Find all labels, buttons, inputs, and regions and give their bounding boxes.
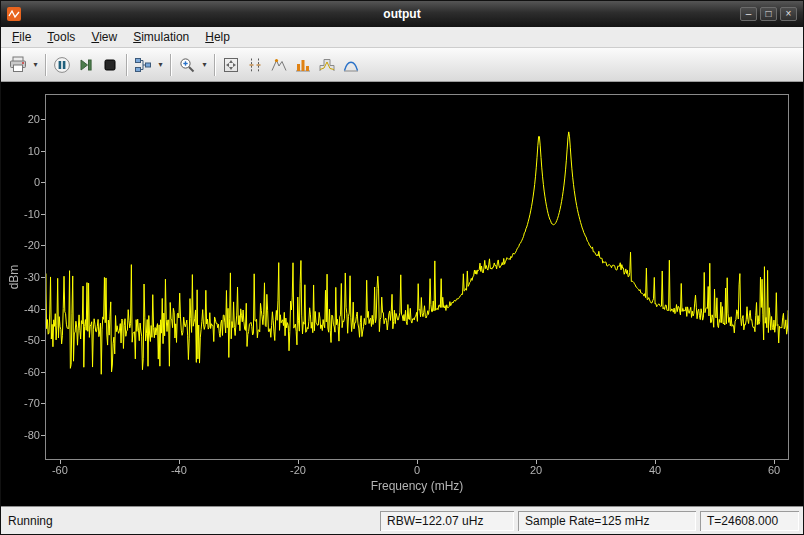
x-tick-label: -20	[290, 464, 306, 476]
x-axis-label: Frequency (mHz)	[371, 479, 464, 493]
toolbar: ▾ ▾ ▾	[1, 48, 803, 82]
export-button[interactable]	[6, 52, 30, 77]
pause-icon	[53, 56, 71, 74]
menu-help[interactable]: Help	[197, 28, 238, 46]
step-forward-icon	[77, 56, 95, 74]
channel-measurements-button[interactable]	[339, 52, 363, 77]
magnifier-icon	[178, 56, 196, 74]
simulation-settings-button[interactable]	[131, 52, 155, 77]
y-tick-label: -20	[1, 239, 40, 251]
spectrum-analyzer-window: output – □ × File Tools View Simulation …	[0, 0, 804, 535]
distortion-measurements-button[interactable]	[291, 52, 315, 77]
menu-file[interactable]: File	[4, 28, 39, 46]
toolbar-separator	[45, 54, 46, 76]
maximize-button[interactable]: □	[760, 7, 777, 21]
menubar: File Tools View Simulation Help	[1, 27, 803, 48]
menu-tools[interactable]: Tools	[39, 28, 83, 46]
menu-view[interactable]: View	[83, 28, 125, 46]
y-tick-label: 20	[1, 113, 40, 125]
sample-rate-status-panel: Sample Rate=125 mHz	[518, 511, 696, 531]
simulink-blocks-icon	[134, 56, 152, 74]
simulation-settings-dropdown-arrow-icon[interactable]: ▾	[155, 52, 166, 77]
window-title: output	[1, 7, 803, 21]
channel-measurements-icon	[342, 56, 360, 74]
rbw-status-panel: RBW=122.07 uHz	[380, 511, 514, 531]
x-tick-label: 0	[414, 464, 420, 476]
y-tick-label: 0	[1, 176, 40, 188]
simulation-status-text: Running	[5, 514, 376, 528]
y-tick-label: -50	[1, 334, 40, 346]
close-button[interactable]: ×	[780, 7, 797, 21]
minimize-button[interactable]: –	[740, 7, 757, 21]
zoom-dropdown-arrow-icon[interactable]: ▾	[199, 52, 210, 77]
x-tick-label: -40	[171, 464, 187, 476]
export-dropdown-arrow-icon[interactable]: ▾	[30, 52, 41, 77]
y-tick-label: -30	[1, 271, 40, 283]
zoom-button[interactable]	[175, 52, 199, 77]
sim-time-status-panel: T=24608.000	[700, 511, 799, 531]
titlebar[interactable]: output – □ ×	[1, 1, 803, 27]
stop-icon	[101, 56, 119, 74]
statusbar: Running RBW=122.07 uHz Sample Rate=125 m…	[1, 506, 803, 534]
menu-simulation[interactable]: Simulation	[125, 28, 197, 46]
step-forward-button[interactable]	[74, 52, 98, 77]
scope-icon	[7, 7, 21, 21]
fit-to-view-button[interactable]	[219, 52, 243, 77]
stop-button[interactable]	[98, 52, 122, 77]
spectral-mask-icon	[318, 56, 336, 74]
peak-finder-icon	[270, 56, 288, 74]
toolbar-separator	[214, 54, 215, 76]
x-tick-label: -60	[52, 464, 68, 476]
y-tick-label: 10	[1, 145, 40, 157]
y-tick-label: -60	[1, 366, 40, 378]
toolbar-separator	[126, 54, 127, 76]
toolbar-separator	[170, 54, 171, 76]
x-tick-label: 40	[649, 464, 661, 476]
y-tick-label: -80	[1, 429, 40, 441]
spectral-mask-button[interactable]	[315, 52, 339, 77]
cursor-measurements-button[interactable]	[243, 52, 267, 77]
peak-finder-button[interactable]	[267, 52, 291, 77]
spectrum-plot[interactable]	[1, 82, 803, 506]
window-controls: – □ ×	[740, 7, 797, 21]
x-tick-label: 20	[530, 464, 542, 476]
y-tick-label: -70	[1, 397, 40, 409]
pause-button[interactable]	[50, 52, 74, 77]
printer-icon	[9, 56, 27, 73]
plot-area: dBm Frequency (mHz) -60-40-2002040602010…	[1, 82, 803, 506]
cursor-measurements-icon	[246, 56, 264, 74]
fit-to-view-icon	[222, 56, 240, 74]
distortion-histogram-icon	[294, 56, 312, 74]
x-tick-label: 60	[768, 464, 780, 476]
y-tick-label: -10	[1, 208, 40, 220]
y-tick-label: -40	[1, 303, 40, 315]
